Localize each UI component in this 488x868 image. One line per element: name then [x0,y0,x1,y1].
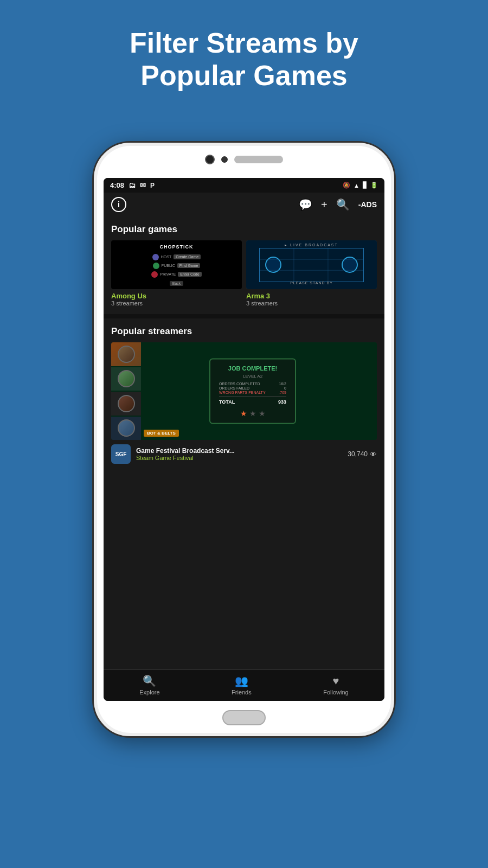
streamer-face-4 [111,417,141,441]
status-right: 🔕 ▲ ▊ 🔋 [343,182,378,189]
search-button[interactable]: 🔍 [336,198,350,211]
popular-games-header: Popular games [104,216,384,240]
status-time: 4:08 [110,181,124,189]
toolbar-right: 💬 + 🔍 -ADS [299,198,377,211]
among-us-title: Among Us [111,292,242,300]
phone-shell: 4:08 🗂 ✉ P 🔕 ▲ ▊ 🔋 i 💬 + 🔍 [92,141,396,738]
explore-label: Explore [139,689,159,695]
bell-icon: 🔕 [343,182,350,189]
ads-button[interactable]: -ADS [358,200,377,209]
chat-button[interactable]: 💬 [299,198,312,211]
following-icon: ♥ [333,675,339,687]
side-panels [111,342,141,440]
jc-row-3: WRONG PARTS PENALTY -769 [219,391,286,394]
header-line1: Filter Streams by [130,27,358,59]
sd-icon: 🗂 [129,181,136,189]
game-card-arma3[interactable]: ▸ LIVE BROADCAST [246,240,377,307]
page-header: Filter Streams by Popular Games [0,0,488,108]
streamers-section: Popular streamers [104,318,384,469]
friends-icon: 👥 [235,674,248,687]
phone-speaker [234,156,283,163]
stream-game: Steam Game Festival [136,455,342,461]
stream-meta: Game Festival Broadcast Serv... Steam Ga… [136,447,342,461]
mail-icon: ✉ [140,181,146,189]
battery-icon: 🔋 [370,182,378,189]
popular-streamers-header: Popular streamers [104,318,384,342]
phone-screen: 4:08 🗂 ✉ P 🔕 ▲ ▊ 🔋 i 💬 + 🔍 [104,178,384,701]
phone-home-button[interactable] [222,710,266,725]
arma3-grid-svg [260,248,363,282]
star-2: ★ [249,409,256,418]
eye-icon: 👁 [370,450,377,458]
jc-stars: ★ ★ ★ [219,409,286,418]
status-bar: 4:08 🗂 ✉ P 🔕 ▲ ▊ 🔋 [104,178,384,193]
parking-icon: P [150,182,155,189]
info-button[interactable]: i [111,197,126,212]
star-3: ★ [259,409,266,418]
game-overlay: JOB COMPLETE! LEVEL A2 ORDERS COMPLETED … [111,342,377,440]
status-left: 4:08 🗂 ✉ P [110,181,155,189]
phone-dot [221,156,228,163]
stream-title: Game Festival Broadcast Serv... [136,447,342,455]
following-label: Following [323,689,348,695]
star-1: ★ [240,409,247,418]
stream-thumbnail: JOB COMPLETE! LEVEL A2 ORDERS COMPLETED … [111,342,377,440]
arma3-title: Arma 3 [246,292,377,300]
jc-title: JOB COMPLETE! [219,365,286,372]
friends-label: Friends [232,689,252,695]
stream-avatar: SGF [111,444,131,464]
bottom-nav: 🔍 Explore 👥 Friends ♥ Following [104,669,384,701]
explore-icon: 🔍 [143,674,156,687]
jc-row-1: ORDERS COMPLETED 16/2 [219,382,286,386]
job-complete-box: JOB COMPLETE! LEVEL A2 ORDERS COMPLETED … [209,359,296,424]
stream-viewers: 30,740 👁 [348,450,377,458]
stream-info: SGF Game Festival Broadcast Serv... Stea… [111,440,377,469]
jc-row-2: ORDERS FAILED 0 [219,386,286,390]
nav-friends[interactable]: 👥 Friends [232,674,252,695]
wifi-icon: ▲ [354,182,359,189]
section-divider [104,314,384,318]
among-us-art: CHOPSTICK HOST Create Game PUBLIC Find G… [111,240,242,289]
game-label: BOT & BELTS [144,430,179,437]
signal-icon: ▊ [363,182,367,189]
toolbar-left: i [111,197,126,212]
phone-camera [205,155,215,164]
games-grid: CHOPSTICK HOST Create Game PUBLIC Find G… [104,240,384,314]
app-toolbar: i 💬 + 🔍 -ADS [104,193,384,216]
header-line2: Popular Games [140,60,347,91]
arma3-streamers: 3 streamers [246,300,377,307]
stream-card[interactable]: JOB COMPLETE! LEVEL A2 ORDERS COMPLETED … [111,342,377,469]
among-us-thumbnail: CHOPSTICK HOST Create Game PUBLIC Find G… [111,240,242,289]
jc-total-row: TOTAL 933 [219,397,286,405]
jc-level: LEVEL A2 [219,374,286,379]
streamer-face-3 [111,392,141,416]
add-button[interactable]: + [321,199,328,211]
viewers-count: 30,740 [348,450,368,458]
nav-following[interactable]: ♥ Following [323,675,348,695]
among-us-streamers: 3 streamers [111,300,242,307]
nav-explore[interactable]: 🔍 Explore [139,674,159,695]
streamer-face-1 [111,342,141,366]
game-card-among-us[interactable]: CHOPSTICK HOST Create Game PUBLIC Find G… [111,240,242,307]
arma3-thumbnail: ▸ LIVE BROADCAST [246,240,377,289]
phone-top-bar [205,155,283,164]
streamer-face-2 [111,367,141,391]
arma3-art: ▸ LIVE BROADCAST [246,240,377,289]
screen-content[interactable]: Popular games CHOPSTICK HOST Create Game [104,216,384,669]
